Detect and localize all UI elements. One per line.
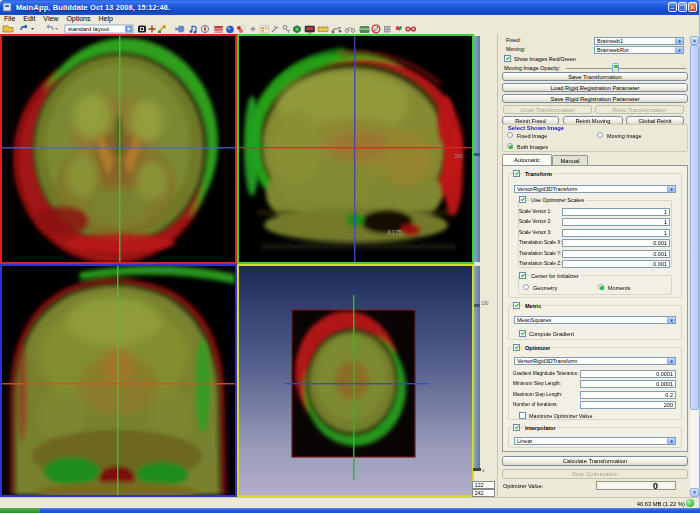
svg-text:standard layout: standard layout — [68, 26, 109, 32]
svg-text:A175: A175 — [387, 229, 403, 236]
svg-text:200: 200 — [454, 153, 463, 159]
